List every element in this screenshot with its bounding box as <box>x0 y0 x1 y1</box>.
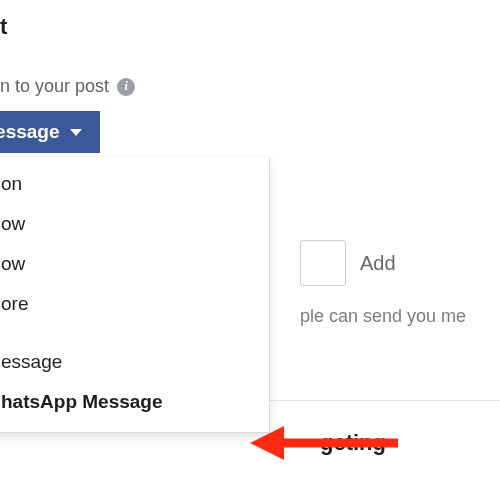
right-panel: Add ple can send you me <box>300 240 500 327</box>
cta-dropdown-menu[interactable]: on ow ow ore essage hatsApp Message <box>0 158 270 433</box>
info-icon[interactable]: i <box>117 78 135 96</box>
dropdown-item[interactable]: on <box>0 164 269 204</box>
cta-label: hatsApp Message <box>0 121 60 143</box>
add-label: Add <box>360 252 396 275</box>
section-subhead: n to your post i <box>0 58 500 111</box>
hint-text: ple can send you me <box>300 306 500 327</box>
dropdown-item[interactable]: ow <box>0 204 269 244</box>
chevron-down-icon <box>70 129 82 136</box>
cta-dropdown-button[interactable]: hatsApp Message <box>0 111 100 153</box>
dropdown-item[interactable]: essage <box>0 342 269 382</box>
dropdown-item-whatsapp[interactable]: hatsApp Message <box>0 382 269 422</box>
dropdown-item[interactable]: ore <box>0 284 269 324</box>
add-placeholder-box[interactable] <box>300 240 346 286</box>
bottom-section-title: geting <box>320 430 386 456</box>
subhead-text: n to your post <box>0 76 109 97</box>
page-title: t <box>0 10 500 58</box>
dropdown-item[interactable]: ow <box>0 244 269 284</box>
